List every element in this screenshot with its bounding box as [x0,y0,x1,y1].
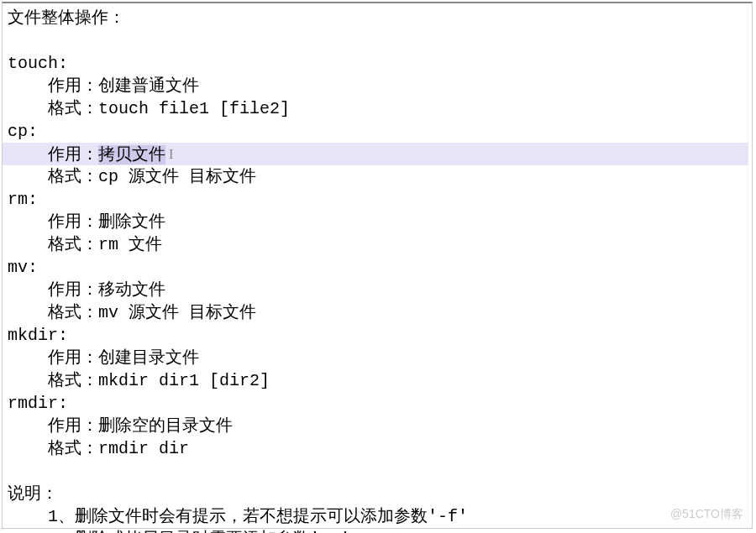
selected-text[interactable]: 拷贝文件 [98,145,165,165]
format-text: rmdir dir [98,439,189,458]
cmd-rmdir-format: 格式：rmdir dir [8,437,752,460]
indent [8,371,48,390]
purpose-text: 删除文件 [98,212,165,232]
indent [8,439,48,458]
format-label: 格式： [48,235,98,254]
indent [8,76,48,96]
purpose-text: 创建普通文件 [98,76,199,96]
format-text: touch file1 [file2] [98,99,290,118]
purpose-label: 作用： [48,76,98,96]
note-text: 2、删除或拷贝目录时需要添加参数'-r' [48,530,350,533]
indent [8,280,48,300]
cmd-rm-purpose: 作用：删除文件 [8,211,752,233]
indent [8,348,48,368]
format-label: 格式： [48,99,98,118]
format-label: 格式： [48,371,98,390]
purpose-label: 作用： [48,280,98,300]
indent [8,99,48,118]
text-cursor-icon: I [169,147,173,161]
purpose-label: 作用： [48,212,98,232]
blank-line [8,29,752,52]
cmd-touch-format: 格式：touch file1 [file2] [8,97,752,120]
purpose-label: 作用： [48,416,98,436]
cmd-mv-format: 格式：mv 源文件 目标文件 [8,301,752,324]
blank-line [8,460,752,483]
indent [8,145,48,165]
indent [8,530,48,533]
format-label: 格式： [48,439,98,458]
indent [8,303,48,322]
cmd-rmdir-name: rmdir: [8,392,752,415]
cmd-rm-name: rm: [8,188,752,211]
cmd-mkdir-format: 格式：mkdir dir1 [dir2] [8,369,752,392]
format-label: 格式： [48,303,98,322]
cmd-rm-format: 格式：rm 文件 [8,233,752,256]
editor-viewport: 文件整体操作： touch: 作用：创建普通文件 格式：touch file1 … [2,2,753,529]
cmd-touch-purpose: 作用：创建普通文件 [8,75,752,97]
indent [8,167,48,186]
indent [8,416,48,436]
indent [8,212,48,232]
cmd-rmdir-purpose: 作用：删除空的目录文件 [8,415,752,437]
cmd-touch-name: touch: [8,52,752,75]
indent [8,507,48,526]
cmd-mkdir-name: mkdir: [8,324,752,347]
indent [8,235,48,254]
notes-header: 说明： [8,483,752,505]
note-text: 1、删除文件时会有提示，若不想提示可以添加参数'-f' [48,507,468,526]
format-label: 格式： [48,167,98,186]
notes-item-1: 1、删除文件时会有提示，若不想提示可以添加参数'-f' [8,505,752,528]
notes-item-2: 2、删除或拷贝目录时需要添加参数'-r' [8,528,752,533]
cmd-mkdir-purpose: 作用：创建目录文件 [8,347,752,369]
purpose-text: 移动文件 [98,280,165,300]
watermark-text: @51CTO博客 [670,506,743,523]
cmd-cp-format: 格式：cp 源文件 目标文件 [8,165,752,188]
cmd-mv-name: mv: [8,256,752,279]
doc-header: 文件整体操作： [8,7,752,29]
format-text: cp 源文件 目标文件 [98,167,256,186]
purpose-label: 作用： [48,145,98,165]
format-text: rm 文件 [98,235,162,254]
purpose-text: 创建目录文件 [98,348,199,368]
format-text: mv 源文件 目标文件 [98,303,256,322]
cmd-cp-purpose[interactable]: 作用：拷贝文件 I [3,143,748,165]
cmd-mv-purpose: 作用：移动文件 [8,279,752,301]
format-text: mkdir dir1 [dir2] [98,371,270,390]
cmd-cp-name: cp: [8,120,752,143]
purpose-label: 作用： [48,348,98,368]
purpose-text: 删除空的目录文件 [98,416,233,436]
